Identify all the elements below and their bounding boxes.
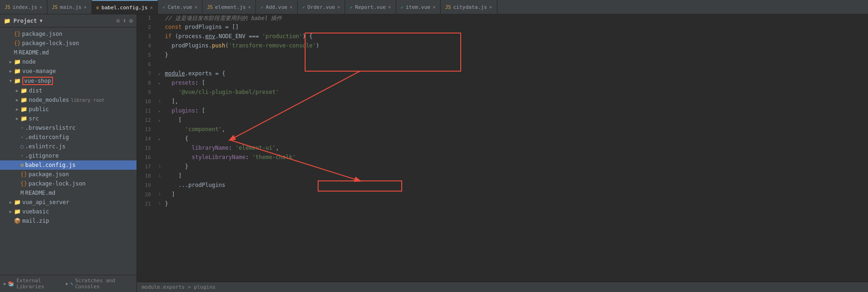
zip-icon: 📦 [14,218,21,224]
tree-item-package-json-root[interactable]: {}package.json [0,29,137,39]
tree-item-readme-shop[interactable]: MREADME.md [0,188,137,198]
tab-element-js[interactable]: JSelement.js× [202,0,256,14]
line-number: 1 [137,14,156,24]
tree-item-package-json-shop[interactable]: {}package.json [0,170,137,179]
close-icon[interactable]: × [290,5,293,10]
folder-icon: 📁 [4,18,11,24]
tree-item-label: vuebasic [22,208,49,215]
txt-icon: · [20,125,24,131]
line-number: 20 [137,191,156,200]
code-row-18: 18 └ ] [137,173,868,182]
tab-cate-vue[interactable]: ✓Cate.vue× [158,0,202,14]
fold-icon[interactable]: ▾ [158,72,161,77]
tree-item-dist-folder[interactable]: ▶📁dist [0,86,137,95]
editor-content: 1 // 这是项目发布阶段需要用到的 babel 插件 2 const prod… [137,14,868,282]
tree-arrow: ▶ [7,209,14,214]
fold-end-icon: └ [158,174,161,179]
tree-item-eslintrc-js[interactable]: ○.eslintrc.js [0,142,137,151]
tree-item-label: node [22,59,36,65]
fold-end-icon: └ [158,202,161,207]
tree-item-vue-manage-folder[interactable]: ▶📁vue-manage [0,66,137,76]
close-icon[interactable]: × [388,5,391,10]
tree-item-public-folder[interactable]: ▶📁public [0,105,137,114]
code-row-1: 1 // 这是项目发布阶段需要用到的 babel 插件 [137,14,868,24]
line-gutter [156,52,163,61]
tree-item-mail-zip[interactable]: 📦mail.zip [0,216,137,226]
tree-item-label: .eslintrc.js [25,143,65,150]
close-icon[interactable]: × [150,5,153,10]
code-row-16: 16 styleLibraryName: 'theme-chalk' [137,154,868,163]
close-icon[interactable]: × [84,5,86,10]
tab-add-vue[interactable]: ✓Add.vue× [256,0,297,14]
line-gutter: └ [156,200,163,210]
tree-item-vue-shop-folder[interactable]: ▼📁vue-shop [0,76,137,86]
tree-item-vuebasic-folder[interactable]: ▶📁vuebasic [0,207,137,216]
code-row-5: 5 } [137,52,868,61]
code-line: { [163,135,868,145]
code-row-8: 8 ▾ presets: [ [137,80,868,89]
tab-citydata-js[interactable]: JScitydata.js× [441,0,497,14]
tab-report-vue[interactable]: ✓Report.vue× [345,0,396,14]
code-line: libraryName: 'element-ui', [163,145,868,154]
fold-icon[interactable]: ▾ [158,109,161,114]
tree-item-src-folder[interactable]: ▶📁src [0,114,137,123]
tree-item-package-lock-json-root[interactable]: {}package-lock.json [0,39,137,48]
tree-item-readme-root[interactable]: MREADME.md [0,48,137,57]
tree-item-package-lock-shop[interactable]: {}package-lock.json [0,179,137,188]
tree-item-label: babel.config.js [25,162,75,168]
fold-icon[interactable]: ▾ [158,118,161,123]
line-gutter [156,42,163,52]
tree-item-editorconfig[interactable]: ·.editorconfig [0,133,137,142]
tab-order-vue[interactable]: ✓Order.vue× [298,0,346,14]
close-icon[interactable]: × [489,5,492,10]
tree-arrow: ▶ [14,98,20,102]
fold-icon[interactable]: ▾ [158,137,161,142]
line-number: 10 [137,98,156,107]
folder-icon: 📁 [20,97,27,103]
code-line: [ [163,117,868,126]
code-line: } [163,52,868,61]
line-number: 4 [137,42,156,52]
code-line: ...prodPlugins [163,182,868,191]
code-row-15: 15 libraryName: 'element-ui', [137,145,868,154]
tab-index-js[interactable]: JSindex.js× [0,0,47,14]
code-row-9: 9 '@vue/cli-plugin-babel/preset' [137,89,868,98]
sidebar-footer: ▶📚External Libraries▶✎Scratches and Cons… [0,275,137,292]
folder-icon: 📁 [14,59,21,65]
tree-item-vue-api-server[interactable]: ▶📁vue_api_server [0,198,137,207]
close-icon[interactable]: × [39,5,42,10]
line-number: 8 [137,80,156,89]
code-table: 1 // 这是项目发布阶段需要用到的 babel 插件 2 const prod… [137,14,868,210]
line-number: 19 [137,182,156,191]
fold-icon[interactable]: ▾ [158,81,161,86]
close-icon[interactable]: × [337,5,340,10]
tree-item-browserslistrc[interactable]: ·.browserslistrc [0,123,137,133]
tree-item-label: vue_api_server [22,199,69,206]
tab-bar: JSindex.js×JSmain.js×⚙babel.config.js×✓C… [0,0,868,14]
code-line: ], [163,98,868,107]
tree-item-label: .gitignore [25,153,59,159]
footer-item-scratches[interactable]: ▶✎Scratches and Consoles [66,277,133,290]
tree-item-babel-config-js-file[interactable]: ⚙babel.config.js [0,160,137,170]
code-row-21: 21 └ } [137,200,868,210]
collapse-icon[interactable]: ⬆ [123,17,126,24]
locate-icon[interactable]: ⊙ [117,17,120,24]
close-icon[interactable]: × [248,5,251,10]
settings-icon[interactable]: ⚙ [129,17,133,24]
tree-item-gitignore[interactable]: ·.gitignore [0,151,137,160]
close-icon[interactable]: × [433,5,436,10]
tab-label: babel.config.js [102,5,148,11]
code-row-6: 6 [137,61,868,70]
close-icon[interactable]: × [195,5,197,10]
footer-item-external-libs[interactable]: ▶📚External Libraries [4,277,63,290]
line-gutter: ▾ [156,107,163,117]
sidebar-actions: ⊙ ⬆ ⚙ [117,17,133,24]
line-gutter [156,61,163,70]
tree-item-node-modules-folder[interactable]: ▶📁node_moduleslibrary root [0,95,137,105]
tab-item-vue[interactable]: ✓item.vue× [396,0,441,14]
code-line: 'component', [163,126,868,135]
tab-main-js[interactable]: JSmain.js× [47,0,91,14]
tree-item-node-folder[interactable]: ▶📁node [0,57,137,66]
code-line: const prodPlugins = [] [163,24,868,33]
tab-babel-config-js[interactable]: ⚙babel.config.js× [92,0,158,14]
